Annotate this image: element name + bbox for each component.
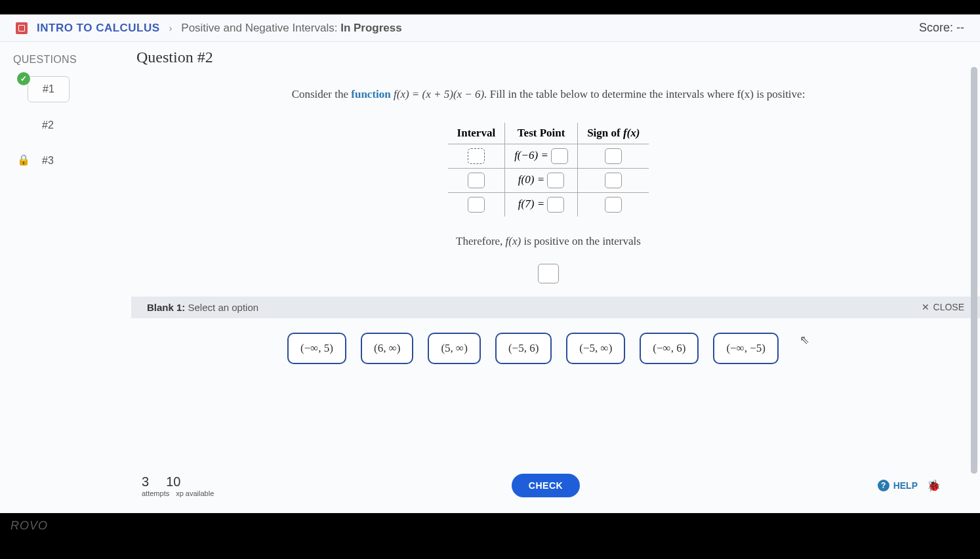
lock-icon: 🔒 (17, 154, 30, 166)
footer: 3 10 attempts xp available CHECK ? HELP … (136, 468, 960, 507)
blank-sign-1[interactable] (605, 148, 622, 164)
table-row: f(−6) = (448, 144, 649, 168)
close-icon: ✕ (922, 302, 929, 312)
blank-tp-1[interactable] (551, 148, 568, 164)
table-row: f(7) = (448, 192, 649, 217)
conclusion-text: Therefore, f(x) is positive on the inter… (136, 235, 960, 248)
interval-table: Interval Test Point Sign of f(x) f(−6) =… (448, 123, 649, 217)
option-1[interactable]: (−∞, 5) (287, 333, 346, 364)
option-4[interactable]: (−5, 6) (495, 333, 552, 364)
blank-tp-2[interactable] (547, 173, 564, 188)
question-header: Question #2 (136, 49, 960, 66)
score-label: Score: -- (919, 21, 964, 35)
section-status: In Progress (340, 22, 402, 34)
scrollbar[interactable] (971, 67, 977, 474)
sidebar-item-q3[interactable]: 🔒 #3 (13, 148, 118, 173)
sidebar-item-label: #3 (28, 148, 68, 173)
questions-sidebar: QUESTIONS ✓ #1 #2 🔒 #3 (0, 42, 131, 507)
blank-sign-2[interactable] (605, 173, 622, 188)
col-sign: Sign of f(x) (578, 123, 649, 144)
attempts-info: 3 10 attempts xp available (142, 474, 214, 497)
breadcrumb: INTRO TO CALCULUS › Positive and Negativ… (0, 14, 980, 42)
cursor-icon: ⇖ (800, 333, 809, 364)
sidebar-item-q1[interactable]: ✓ #1 (13, 76, 118, 102)
blank-tp-3[interactable] (547, 197, 564, 213)
option-3[interactable]: (5, ∞) (428, 333, 480, 364)
sidebar-item-q2[interactable]: #2 (13, 113, 118, 138)
option-5[interactable]: (−5, ∞) (566, 333, 625, 364)
blank-interval-2[interactable] (468, 173, 485, 188)
col-interval: Interval (448, 123, 505, 144)
scrollbar-thumb[interactable] (971, 67, 977, 474)
chevron-right-icon: › (169, 23, 173, 33)
blank-interval-3[interactable] (468, 197, 485, 213)
option-bar: Blank 1: Select an option ✕ CLOSE (131, 297, 980, 318)
function-link[interactable]: function (351, 88, 390, 100)
blank-interval-1[interactable] (468, 148, 485, 164)
watermark: ROVO (10, 519, 48, 533)
question-content: Question #2 Consider the function f(x) =… (131, 42, 980, 507)
sidebar-item-label: #2 (28, 113, 68, 138)
help-button[interactable]: ? HELP (878, 480, 918, 491)
options-row: (−∞, 5) (6, ∞) (5, ∞) (−5, 6) (−5, ∞) (−… (136, 318, 960, 373)
sidebar-item-label: #1 (28, 76, 70, 102)
blank-answer[interactable] (538, 264, 559, 283)
check-icon: ✓ (17, 72, 30, 85)
blank-sign-3[interactable] (605, 197, 622, 213)
col-testpoint: Test Point (505, 123, 578, 144)
close-options-button[interactable]: ✕ CLOSE (922, 302, 964, 312)
course-icon (16, 22, 28, 34)
section-title: Positive and Negative Intervals: (181, 22, 337, 34)
option-2[interactable]: (6, ∞) (361, 333, 413, 364)
sidebar-title: QUESTIONS (13, 54, 118, 66)
check-button[interactable]: CHECK (512, 474, 580, 497)
option-7[interactable]: (−∞, −5) (713, 333, 779, 364)
question-prompt: Consider the function f(x) = (x + 5)(x −… (156, 86, 941, 103)
course-title[interactable]: INTRO TO CALCULUS (37, 22, 160, 35)
bug-icon[interactable]: 🐞 (927, 479, 941, 493)
table-row: f(0) = (448, 168, 649, 192)
help-icon: ? (878, 480, 889, 491)
option-6[interactable]: (−∞, 6) (640, 333, 699, 364)
